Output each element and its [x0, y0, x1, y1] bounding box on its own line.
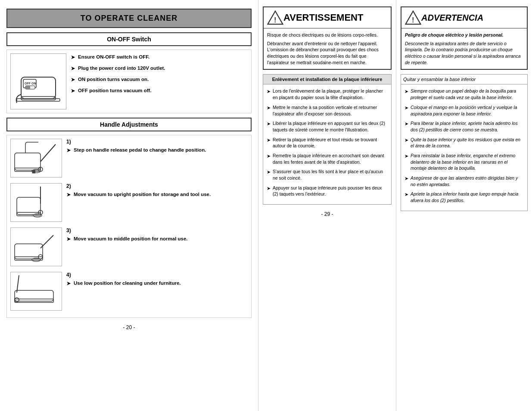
bullet-fr-4: ➤ Retirer la plaque inférieure et tout r… — [267, 137, 388, 149]
bullet-arrow-fr-1: ➤ — [267, 88, 271, 95]
page-left: TO OPERATE CLEANER ON-OFF Switch OFF ON — [0, 0, 258, 411]
bullet-arrow-es-2: ➤ — [404, 105, 408, 111]
section-box-es: Quitar y ensamblar la base inferior ➤ Si… — [401, 74, 528, 211]
bullet-es-7: ➤ Apriete la placa inferior hasta que lu… — [404, 191, 524, 203]
arrow-icon-6: ➤ — [66, 191, 71, 198]
svg-rect-23 — [15, 290, 53, 301]
step-text-4: Use low position for cleaning under furn… — [74, 280, 181, 286]
svg-rect-4 — [25, 86, 30, 89]
page-far-right: ! ADVERTENCIA Peligro de choque eléctric… — [396, 0, 532, 411]
bullet-arrow-fr-2: ➤ — [267, 105, 271, 111]
arrow-icon-4: ➤ — [71, 87, 75, 94]
page-num-left: - 20 - — [6, 324, 252, 330]
warning-triangle-icon-fr: ! — [267, 9, 283, 26]
svg-text:!: ! — [274, 16, 277, 24]
step-num-2: 2) — [66, 183, 248, 189]
page-right: ! AVERTISSEMENT Risque de chocs électriq… — [258, 0, 532, 411]
bullet-fr-6: ➤ S'assurer que tous les fils sont à leu… — [267, 168, 388, 181]
bullet-arrow-fr-5: ➤ — [267, 153, 271, 159]
instruction-text-4: OFF position turns vacuum off. — [78, 87, 152, 94]
warning-body-fr: Risque de chocs électriques ou de lésion… — [264, 28, 391, 69]
bullet-es-3: ➤ Para liberar la place inferior, apriet… — [404, 120, 524, 133]
svg-text:!: ! — [412, 16, 414, 24]
bullet-arrow-fr-6: ➤ — [267, 169, 271, 175]
bullet-fr-5: ➤ Remettre la plaque inférieure en accro… — [267, 153, 388, 165]
warning-header-es: ! ADVERTENCIA — [401, 7, 527, 28]
bullet-arrow-es-6: ➤ — [404, 175, 408, 182]
svg-rect-14 — [17, 212, 40, 216]
bullet-es-4: ➤ Quite la base inferior y quite los res… — [404, 137, 524, 149]
handle-row-4: 4) ➤ Use low position for cleaning under… — [10, 272, 248, 311]
bullet-text-fr-3: Libérer la plaque inférieure en appuyant… — [273, 120, 388, 133]
instruction-4: ➤ OFF position turns vacuum off. — [71, 87, 248, 94]
svg-line-25 — [17, 275, 19, 293]
bullet-text-es-2: Coloque el mango en la posición vertical… — [411, 104, 524, 117]
warning-header-fr: ! AVERTISSEMENT — [264, 7, 391, 28]
svg-rect-13 — [17, 197, 40, 215]
warning-text-es-1: Peligro de choque eléctrico y lesión per… — [405, 32, 523, 38]
main-title: TO OPERATE CLEANER — [6, 9, 252, 28]
handle-section: ⬛ 1) ➤ Step on handle release pedal to c… — [6, 135, 252, 318]
bullet-list-es: ➤ Siempre coloque un papel debajo de la … — [401, 84, 527, 210]
warning-box-es: ! ADVERTENCIA Peligro de choque eléctric… — [401, 6, 528, 70]
svg-rect-7 — [15, 153, 40, 170]
step-text-2: Move vacuum to upright position for stor… — [74, 191, 211, 198]
instruction-2: ➤ Plug the power cord into 120V outlet. — [71, 65, 248, 72]
step-num-3: 3) — [66, 227, 248, 234]
warning-title-es: ADVERTENCIA — [421, 13, 483, 23]
bullet-text-fr-4: Retirer la plaque inférieure et tout rés… — [273, 137, 388, 149]
handle-image-1: ⬛ — [10, 139, 62, 177]
arrow-icon-5: ➤ — [66, 147, 71, 153]
section-box-fr: Enlèvement et installation de la plaque … — [263, 74, 392, 205]
handle-image-4 — [10, 272, 62, 311]
page-num-center: - 29 - — [263, 211, 392, 217]
section-box-header-fr: Enlèvement et installation de la plaque … — [263, 75, 391, 84]
onoff-section: OFF ON ➤ Ensure ON-OFF switch is OFF. — [6, 50, 252, 113]
bullet-arrow-fr-3: ➤ — [267, 121, 271, 127]
arrow-icon-8: ➤ — [66, 280, 71, 286]
page-center: ! AVERTISSEMENT Risque de chocs électriq… — [258, 0, 396, 411]
warning-triangle-icon-es: ! — [405, 9, 421, 26]
instruction-text-1: Ensure ON-OFF switch is OFF. — [78, 53, 149, 60]
bullet-es-2: ➤ Coloque el mango en la posición vertic… — [404, 104, 524, 117]
instruction-text-3: ON position turns vacuum on. — [78, 76, 149, 83]
handle-step-3: 3) ➤ Move vacuum to middle position for … — [66, 227, 248, 246]
warning-text-fr-1: Risque de chocs électriques ou de lésion… — [267, 32, 387, 38]
svg-rect-24 — [15, 299, 53, 302]
bullet-arrow-es-5: ➤ — [404, 153, 408, 159]
bullet-es-5: ➤ Para reinstalar la base inferior, enga… — [404, 153, 524, 171]
warning-box-french: ! AVERTISSEMENT Risque de chocs électriq… — [263, 6, 392, 70]
bullet-text-es-5: Para reinstalar la base inferior, enganc… — [411, 153, 524, 171]
bullet-text-es-1: Siempre coloque un papel debajo de la bo… — [411, 88, 524, 100]
svg-rect-8 — [15, 168, 40, 171]
bullet-fr-2: ➤ Mettre le manche à sa position vertica… — [267, 104, 388, 117]
bullet-arrow-fr-7: ➤ — [267, 185, 271, 192]
bullet-arrow-es-7: ➤ — [404, 191, 408, 198]
handle-step-1: 1) ➤ Step on handle release pedal to cha… — [66, 139, 248, 158]
bullet-arrow-es-3: ➤ — [404, 121, 408, 127]
svg-line-9 — [40, 144, 56, 162]
onoff-title: ON-OFF Switch — [6, 32, 252, 46]
handle-image-2 — [10, 183, 62, 222]
bullet-text-fr-6: S'assurer que tous les fils sont à leur … — [273, 168, 388, 181]
warning-title-fr: AVERTISSEMENT — [283, 12, 363, 23]
bullet-text-fr-7: Appuyer sur la plaque inférieure puis po… — [273, 185, 388, 197]
bullet-arrow-fr-4: ➤ — [267, 137, 271, 143]
arrow-icon-7: ➤ — [66, 236, 71, 242]
instruction-1: ➤ Ensure ON-OFF switch is OFF. — [71, 53, 248, 60]
bullet-es-1: ➤ Siempre coloque un papel debajo de la … — [404, 88, 524, 100]
bullet-list-fr: ➤ Lors de l'enlèvement de la plaque, pro… — [263, 84, 391, 204]
svg-line-20 — [40, 235, 53, 248]
svg-point-22 — [32, 258, 40, 262]
handle-row-2: 2) ➤ Move vacuum to upright position for… — [10, 183, 248, 222]
vacuum-onoff-image: OFF ON — [10, 53, 66, 109]
bullet-text-es-4: Quite la base inferior y quite los resid… — [411, 137, 524, 149]
bullet-text-fr-1: Lors de l'enlèvement de la plaque, proté… — [273, 88, 388, 100]
bullet-text-fr-2: Mettre le manche à sa position verticale… — [273, 104, 388, 117]
onoff-instructions: ➤ Ensure ON-OFF switch is OFF. ➤ Plug th… — [71, 53, 248, 109]
handle-title: Handle Adjustments — [6, 118, 252, 131]
section-box-header-es: Quitar y ensamblar la base inferior — [401, 75, 527, 84]
arrow-icon-2: ➤ — [71, 65, 75, 72]
step-text-3: Move vacuum to middle position for norma… — [74, 235, 188, 242]
bullet-text-es-6: Asegúrese de que las alambres estén diri… — [411, 175, 524, 187]
